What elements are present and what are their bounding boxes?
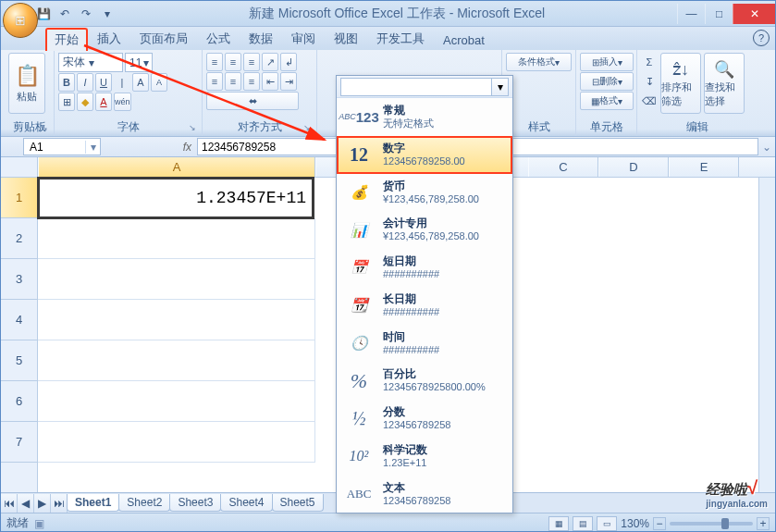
insert-cells-button[interactable]: ⊞ 插入▾ [580, 53, 634, 71]
fx-icon[interactable]: fx [183, 141, 191, 154]
sheet-tab-1[interactable]: Sheet1 [67, 494, 119, 512]
tab-formulas[interactable]: 公式 [197, 27, 240, 50]
number-format-current[interactable] [340, 78, 492, 96]
tab-acrobat[interactable]: Acrobat [434, 30, 494, 50]
conditional-format-button[interactable]: 条件格式▾ [506, 53, 572, 71]
orientation-button[interactable]: ↗ [262, 53, 278, 71]
align-top[interactable]: ≡ [206, 53, 223, 71]
formula-expand[interactable]: ⌄ [758, 141, 775, 154]
cell-A7[interactable] [38, 422, 315, 463]
borders-button[interactable]: ⊞ [58, 93, 75, 111]
sheet-tab-2[interactable]: Sheet2 [118, 494, 170, 512]
nf-scientific[interactable]: 10² 科学记数1.23E+11 [337, 438, 512, 476]
nf-percentage[interactable]: % 百分比12345678925800.00% [337, 362, 512, 400]
zoom-out[interactable]: − [653, 517, 666, 530]
row-header-4[interactable]: 4 [1, 300, 37, 340]
align-middle[interactable]: ≡ [225, 53, 241, 71]
font-color-button[interactable]: A [95, 93, 112, 111]
cell-A2[interactable] [38, 218, 315, 259]
column-header-A[interactable]: A [38, 157, 315, 177]
nf-number[interactable]: 12 数字123456789258.00 [337, 136, 512, 174]
grow-font-button[interactable]: A [132, 73, 149, 92]
view-page-layout[interactable]: ▤ [573, 516, 593, 531]
column-header-D[interactable]: D [598, 157, 669, 177]
sort-filter-button[interactable]: ẑ↓ 排序和筛选 [660, 53, 701, 114]
window-maximize[interactable]: □ [705, 4, 733, 24]
phonetic-button[interactable]: wén [114, 93, 131, 111]
macro-record-icon[interactable]: ▣ [34, 517, 44, 530]
row-header-6[interactable]: 6 [1, 381, 37, 422]
cell-A3[interactable] [38, 259, 315, 300]
italic-button[interactable]: I [77, 73, 93, 92]
tab-page-layout[interactable]: 页面布局 [130, 27, 197, 50]
qat-redo[interactable]: ↷ [77, 5, 95, 23]
zoom-in[interactable]: + [757, 517, 770, 530]
row-header-1[interactable]: 1 [1, 178, 37, 218]
nf-currency[interactable]: 💰 货币¥123,456,789,258.00 [337, 174, 512, 212]
paste-button[interactable]: 📋 粘贴 [8, 53, 45, 114]
clear-button[interactable]: ⌫ [641, 92, 658, 110]
decrease-indent[interactable]: ⇤ [262, 72, 278, 91]
align-right[interactable]: ≡ [243, 72, 260, 91]
nf-text[interactable]: ABC 文本123456789258 [337, 476, 512, 513]
row-header-5[interactable]: 5 [1, 340, 37, 381]
nf-short-date[interactable]: 📅 短日期########## [337, 249, 512, 287]
alignment-launcher[interactable]: ↘ [303, 123, 314, 134]
increase-indent[interactable]: ⇥ [280, 72, 297, 91]
autosum-button[interactable]: Σ [641, 53, 658, 71]
sheet-nav-prev[interactable]: ◀ [18, 494, 34, 513]
cell-A4[interactable] [38, 300, 315, 340]
nf-general[interactable]: ABC123 常规无特定格式 [337, 98, 512, 136]
office-button[interactable]: ⊞ [3, 3, 38, 38]
find-select-button[interactable]: 🔍 查找和选择 [704, 53, 745, 114]
row-header-2[interactable]: 2 [1, 218, 37, 259]
align-bottom[interactable]: ≡ [243, 53, 260, 71]
view-page-break[interactable]: ▭ [597, 516, 617, 531]
select-all-corner[interactable] [1, 157, 38, 178]
tab-insert[interactable]: 插入 [88, 27, 130, 50]
shrink-font-button[interactable]: A [151, 73, 167, 92]
tab-developer[interactable]: 开发工具 [367, 27, 434, 50]
qat-more[interactable]: ▾ [98, 5, 117, 23]
cell-A1[interactable]: 1.23457E+11 [37, 177, 314, 219]
zoom-slider[interactable] [670, 522, 753, 526]
sheet-nav-first[interactable]: ⏮ [1, 494, 18, 513]
sheet-nav-last[interactable]: ⏭ [51, 494, 68, 513]
window-close[interactable]: ✕ [733, 4, 775, 24]
fill-button[interactable]: ↧ [641, 72, 658, 91]
nf-time[interactable]: 🕓 时间########## [337, 325, 512, 363]
nf-fraction[interactable]: ½ 分数123456789258 [337, 400, 512, 438]
vertical-scrollbar[interactable] [758, 178, 775, 492]
tab-data[interactable]: 数据 [240, 27, 282, 50]
sheet-nav-next[interactable]: ▶ [34, 494, 51, 513]
bold-button[interactable]: B [58, 73, 75, 92]
name-box[interactable]: A1▾ [23, 138, 101, 155]
qat-undo[interactable]: ↶ [55, 5, 74, 23]
row-header-3[interactable]: 3 [1, 259, 37, 300]
view-normal[interactable]: ▦ [548, 516, 569, 531]
window-minimize[interactable]: — [677, 4, 705, 24]
fill-color-button[interactable]: ◆ [77, 93, 93, 111]
sheet-tab-5[interactable]: Sheet5 [272, 494, 324, 512]
tab-review[interactable]: 审阅 [282, 27, 325, 50]
font-launcher[interactable]: ↘ [189, 123, 200, 134]
nf-long-date[interactable]: 📆 长日期########## [337, 287, 512, 325]
tab-home[interactable]: 开始 [45, 28, 88, 51]
underline-button[interactable]: U [95, 73, 112, 92]
column-header-E[interactable]: E [669, 157, 739, 177]
number-format-dd[interactable]: ▾ [492, 78, 509, 96]
cell-A6[interactable] [38, 381, 315, 422]
tab-view[interactable]: 视图 [325, 27, 367, 50]
align-center[interactable]: ≡ [225, 72, 241, 91]
format-cells-button[interactable]: ▦ 格式▾ [580, 92, 634, 110]
column-header-C[interactable]: C [528, 157, 598, 177]
wrap-text-button[interactable]: ↲ [280, 53, 297, 71]
align-left[interactable]: ≡ [206, 72, 223, 91]
help-button[interactable]: ? [753, 30, 770, 46]
merge-center-button[interactable]: ⬌ [206, 92, 299, 110]
clipboard-launcher[interactable]: ↘ [41, 123, 52, 134]
font-size-combo[interactable]: 11▾ [125, 53, 153, 72]
row-header-7[interactable]: 7 [1, 422, 37, 463]
delete-cells-button[interactable]: ⊟ 删除▾ [580, 72, 634, 91]
nf-accounting[interactable]: 📊 会计专用¥123,456,789,258.00 [337, 211, 512, 249]
